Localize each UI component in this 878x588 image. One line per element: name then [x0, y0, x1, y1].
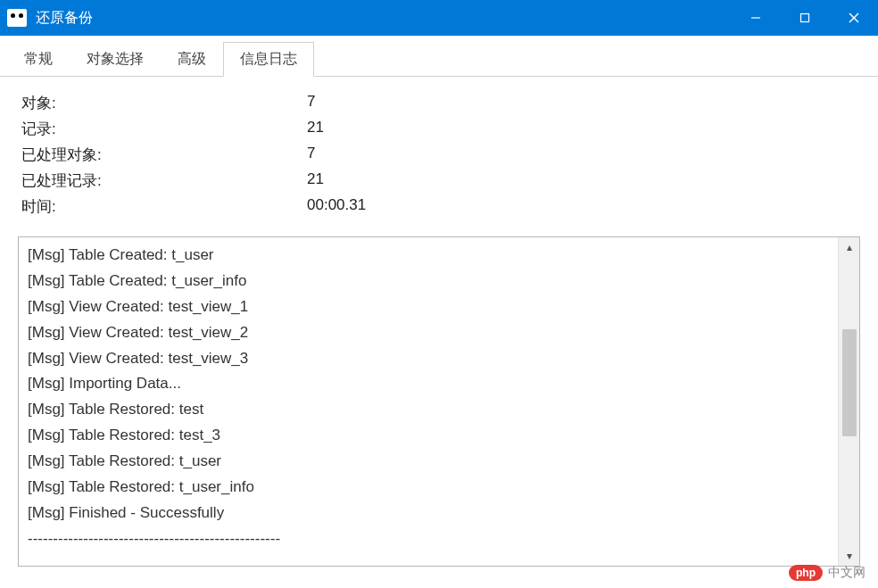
time-value: 00:00.31 [307, 196, 857, 217]
maximize-icon [799, 12, 810, 23]
scroll-down-icon[interactable]: ▾ [847, 550, 852, 562]
minimize-button[interactable] [731, 0, 780, 36]
svg-rect-1 [800, 14, 808, 22]
processed-records-value: 21 [307, 170, 857, 191]
processed-objects-label: 已处理对象: [21, 145, 307, 165]
log-line: [Msg] Table Restored: t_user_info [28, 475, 829, 501]
close-button[interactable] [829, 0, 878, 36]
scroll-up-icon[interactable]: ▴ [847, 241, 852, 253]
log-line: [Msg] Importing Data... [28, 371, 829, 397]
records-label: 记录: [21, 119, 307, 139]
log-line: [Msg] Finished - Successfully [28, 501, 829, 526]
scrollbar-thumb[interactable] [842, 329, 857, 436]
log-line: [Msg] Table Restored: t_user [28, 449, 829, 475]
tab-bar: 常规 对象选择 高级 信息日志 [0, 41, 878, 77]
tab-info-log[interactable]: 信息日志 [223, 42, 314, 77]
tab-advanced[interactable]: 高级 [161, 42, 223, 77]
objects-value: 7 [307, 93, 857, 113]
watermark: php 中文网 [789, 565, 866, 581]
log-line: [Msg] View Created: test_view_1 [28, 294, 829, 320]
watermark-text: 中文网 [828, 565, 866, 581]
records-value: 21 [307, 119, 857, 139]
processed-records-label: 已处理记录: [21, 170, 307, 191]
window-controls [731, 0, 878, 36]
maximize-button[interactable] [780, 0, 829, 36]
app-icon [7, 9, 27, 27]
close-icon [849, 12, 859, 23]
window-title: 还原备份 [36, 9, 731, 28]
log-line: [Msg] Table Created: t_user [28, 243, 829, 269]
log-line: [Msg] Table Restored: test [28, 397, 829, 423]
stats-grid: 对象: 7 记录: 21 已处理对象: 7 已处理记录: 21 时间: 00:0… [21, 93, 857, 217]
log-panel: [Msg] Table Created: t_user [Msg] Table … [18, 236, 860, 567]
log-output[interactable]: [Msg] Table Created: t_user [Msg] Table … [19, 237, 838, 566]
watermark-badge: php [789, 565, 823, 581]
log-line: [Msg] View Created: test_view_2 [28, 320, 829, 346]
log-line: [Msg] Table Restored: test_3 [28, 423, 829, 449]
minimize-icon [750, 12, 761, 23]
log-line: [Msg] Table Created: t_user_info [28, 269, 829, 294]
title-bar: 还原备份 [0, 0, 878, 36]
tab-general[interactable]: 常规 [7, 42, 70, 77]
time-label: 时间: [21, 196, 307, 217]
objects-label: 对象: [21, 93, 307, 113]
content-area: 对象: 7 记录: 21 已处理对象: 7 已处理记录: 21 时间: 00:0… [0, 77, 878, 236]
tab-object-select[interactable]: 对象选择 [70, 42, 161, 77]
scrollbar[interactable]: ▴ ▾ [838, 237, 859, 566]
log-line: [Msg] View Created: test_view_3 [28, 346, 829, 372]
scrollbar-track[interactable] [842, 253, 857, 550]
log-line: ----------------------------------------… [28, 526, 829, 552]
processed-objects-value: 7 [307, 145, 857, 165]
